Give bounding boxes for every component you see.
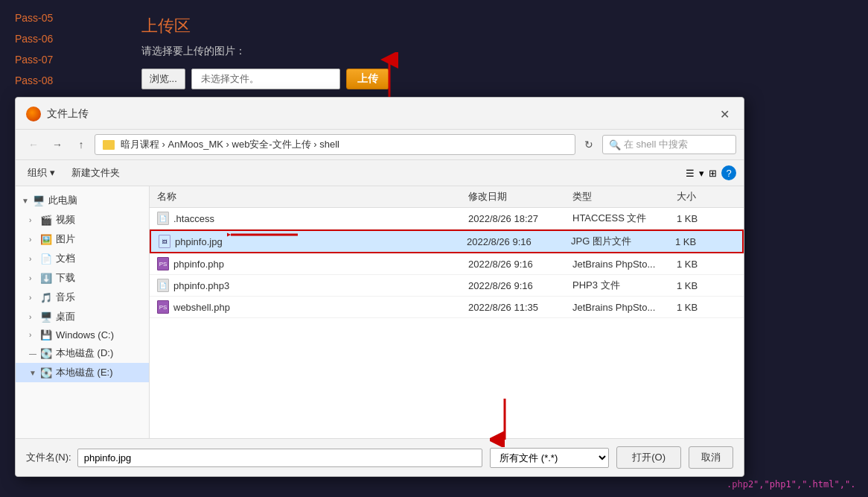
file-name: phpinfo.php [173,259,224,270]
file-dialog: 文件上传 ✕ ← → ↑ 暗月课程 › AnMoos_MK › web安全-文件… [15,97,744,477]
table-row[interactable]: PS webshell.php 2022/8/26 11:35 JetBrain… [150,297,744,318]
view-details-icon: ▾ [699,168,704,179]
file-modified: 2022/8/26 9:16 [468,280,572,291]
file-modified: 2022/8/26 11:35 [468,302,572,313]
help-icon[interactable]: ? [721,165,736,180]
tree-item-c-drive[interactable]: › 💾 Windows (C:) [16,326,149,344]
table-row[interactable]: PS phpinfo.php 2022/8/26 9:16 JetBrains … [150,253,744,275]
downloads-label: 下载 [56,271,75,285]
chevron-right-icon: › [29,331,36,339]
c-drive-label: Windows (C:) [56,329,114,341]
dialog-close-button[interactable]: ✕ [715,105,733,123]
music-icon: 🎵 [40,292,52,303]
e-drive-label: 本地磁盘 (E:) [56,366,113,379]
table-row[interactable]: 📄 .htaccess 2022/8/26 18:27 HTACCESS 文件 … [150,208,744,229]
chevron-right-icon: › [29,313,36,321]
chevron-down-icon: ▼ [29,369,36,377]
sidebar-item-pass08[interactable]: Pass-08 [0,70,127,91]
filetype-select[interactable]: 所有文件 (*.*) [490,448,609,468]
col-type[interactable]: 类型 [572,190,677,203]
nav-forward-button[interactable]: → [47,134,68,155]
new-folder-button[interactable]: 新建文件夹 [67,164,124,182]
table-row[interactable]: 🖼 phpinfo.jpg 2022/8/26 9:16 JPG 图片文件 1 … [150,229,744,253]
file-modified: 2022/8/26 9:16 [468,259,572,270]
col-size[interactable]: 大小 [677,190,736,203]
downloads-icon: ⬇️ [40,273,52,284]
tree-item-downloads[interactable]: › ⬇️ 下载 [16,268,149,288]
c-drive-icon: 💾 [40,329,52,341]
file-list-panel: 名称 修改日期 类型 大小 📄 .htaccess 2022/8/26 18:2… [150,186,744,438]
file-name: .htaccess [173,213,214,224]
chevron-down-icon: ▼ [22,197,29,205]
chevron-right-icon: › [29,274,36,282]
file-size: 1 KB [675,236,735,247]
file-type: HTACCESS 文件 [572,212,677,225]
dialog-title-text: 文件上传 [47,107,89,121]
tree-item-video[interactable]: › 🎬 视频 [16,210,149,229]
search-placeholder: 在 shell 中搜索 [624,138,688,151]
docs-label: 文档 [56,252,75,265]
tree-item-e-drive[interactable]: ▼ 💽 本地磁盘 (E:) [16,363,149,382]
view-list-icon[interactable]: ☰ [686,168,695,179]
browse-button[interactable]: 浏览... [141,69,185,89]
breadcrumb-text: 暗月课程 › AnMoos_MK › web安全-文件上传 › shell [121,138,339,151]
desktop-label: 桌面 [56,310,75,323]
col-modified[interactable]: 修改日期 [468,190,572,203]
dialog-nav: ← → ↑ 暗月课程 › AnMoos_MK › web安全-文件上传 › sh… [16,130,744,160]
file-name-cell: 📄 .htaccess [157,212,468,225]
file-icon: 🖼 [159,235,170,248]
nav-back-button[interactable]: ← [23,134,44,155]
tree-panel: ▼ 🖥️ 此电脑 › 🎬 视频 › 🖼️ 图片 › 📄 文档 › ⬇️ [16,186,150,438]
sidebar-item-pass07[interactable]: Pass-07 [0,49,127,70]
code-snippet-text: .php2","php1",".html",". [727,479,855,490]
file-icon: PS [157,257,169,270]
video-label: 视频 [56,213,75,227]
file-type: JetBrains PhpSto... [572,302,677,313]
nav-refresh-button[interactable]: ↻ [578,134,599,155]
tree-item-docs[interactable]: › 📄 文档 [16,249,149,268]
file-type: JetBrains PhpSto... [572,259,677,270]
file-name-cell: PS phpinfo.php [157,257,468,270]
pc-label: 此电脑 [48,194,77,207]
col-name[interactable]: 名称 [157,190,468,203]
toolbar-right: ☰ ▾ ⊞ ? [686,165,736,180]
d-drive-icon: 💽 [40,348,52,359]
e-drive-icon: 💽 [40,367,52,379]
toolbar-left: 组织 ▾ 新建文件夹 [23,164,124,182]
pc-icon: 🖥️ [33,195,45,206]
tree-item-desktop[interactable]: › 🖥️ 桌面 [16,307,149,326]
table-row[interactable]: 📄 phpinfo.php3 2022/8/26 9:16 PHP3 文件 1 … [150,275,744,297]
file-type: JPG 图片文件 [571,235,675,248]
chevron-right-icon: › [29,235,36,244]
file-size: 1 KB [677,259,736,270]
file-size: 1 KB [677,280,736,291]
sidebar-item-pass06[interactable]: Pass-06 [0,28,127,49]
file-name: webshell.php [173,302,230,313]
search-bar[interactable]: 🔍 在 shell 中搜索 [602,135,736,154]
open-button[interactable]: 打开(O) [616,446,681,469]
cancel-button[interactable]: 取消 [689,446,733,469]
tree-item-pc[interactable]: ▼ 🖥️ 此电脑 [16,191,149,210]
sidebar-item-pass05[interactable]: Pass-05 [0,7,127,28]
file-type: PHP3 文件 [572,279,677,292]
chevron-right-icon: › [29,216,36,224]
firefox-icon [26,107,41,121]
folder-icon [103,140,115,150]
file-name: phpinfo.php3 [173,280,229,291]
filename-label: 文件名(N): [26,451,71,464]
file-input-display: 未选择文件。 [191,69,340,89]
nav-up-button[interactable]: ↑ [71,134,92,155]
chevron-right-icon: › [29,255,36,263]
tree-item-pictures[interactable]: › 🖼️ 图片 [16,229,149,249]
filename-input[interactable] [77,449,483,467]
file-name-cell: 🖼 phpinfo.jpg [159,235,467,248]
pictures-icon: 🖼️ [40,234,52,245]
file-list-header: 名称 修改日期 类型 大小 [150,186,744,208]
view-split-icon[interactable]: ⊞ [709,168,717,179]
upload-button[interactable]: 上传 [346,69,389,89]
tree-item-d-drive[interactable]: — 💽 本地磁盘 (D:) [16,344,149,363]
tree-item-music[interactable]: › 🎵 音乐 [16,288,149,307]
file-size: 1 KB [677,302,736,313]
organize-button[interactable]: 组织 ▾ [23,164,60,182]
docs-icon: 📄 [40,253,52,265]
